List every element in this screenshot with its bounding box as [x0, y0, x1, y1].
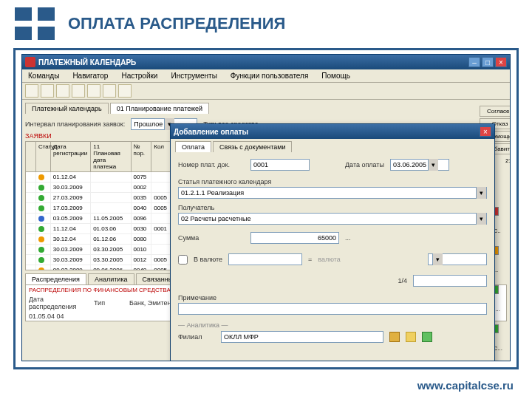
docnum-field[interactable]: 0001 [250, 159, 310, 171]
currency-select[interactable]: ▾ [428, 253, 487, 265]
app-icon [25, 57, 35, 67]
minimize-button[interactable]: – [468, 57, 480, 67]
status-label: Статья платежного календаря [178, 178, 487, 185]
bh-type: Тип [94, 299, 123, 307]
status-dot [38, 226, 44, 232]
col-qty[interactable]: Кол [151, 142, 172, 171]
close-button[interactable]: × [495, 57, 507, 67]
maximize-button[interactable]: □ [482, 57, 494, 67]
tool-btn-1[interactable] [25, 84, 38, 98]
date-label: Дата оплаты [345, 161, 384, 168]
menu-settings[interactable]: Настройки [118, 71, 160, 81]
bh-date: Дата распределения [29, 296, 88, 310]
menu-tools[interactable]: Инструменты [168, 71, 219, 81]
recv-label: Получатель [178, 204, 487, 211]
modal-tab-payment[interactable]: Оплата [175, 141, 211, 152]
sum-label: Сумма [178, 234, 245, 242]
status-dot [38, 205, 44, 211]
table-row[interactable]: 11.12.04 01.03.06 0030 0001 [26, 224, 172, 234]
modal-title: Добавление оплаты [174, 128, 480, 136]
main-window: ПЛАТЕЖНЫЙ КАЛЕНДАРЬ – □ × Команды Навига… [21, 54, 511, 361]
confirm-icon[interactable] [422, 332, 432, 342]
tab-planning[interactable]: 01 Планирование платежей [110, 103, 209, 114]
date-field[interactable]: 03.06.2005▾ [390, 159, 449, 171]
branch-field[interactable]: ОКЛЛ МФР [221, 331, 383, 343]
table-row[interactable]: 17.03.2009 0040 0005 [26, 203, 172, 214]
btab-dist[interactable]: Распределения [25, 273, 86, 284]
toolbar [22, 83, 510, 100]
table-row[interactable]: 30.12.04 01.12.06 0080 [26, 234, 172, 245]
col-regdate[interactable]: Дата регистрации [51, 142, 91, 171]
menu-navigator[interactable]: Навигатор [69, 71, 111, 81]
status-dot [38, 195, 44, 201]
status-dot [38, 185, 44, 191]
recv-field[interactable]: 02 Расчеты расчетные▾ [178, 213, 487, 225]
table-row[interactable]: 27.03.2009 0035 0005 [26, 193, 172, 203]
branch-label: Филиал [178, 333, 215, 341]
requests-grid: Статус Дата регистрации 11 Плановая дата… [25, 141, 173, 270]
col-plandate[interactable]: 11 Плановая дата платежа [91, 142, 131, 171]
currency-label: В валюте [194, 256, 222, 263]
note-label: Примечание [178, 294, 487, 301]
status-dot [38, 257, 44, 263]
bh-bank: Банк, Эмитент [129, 299, 174, 307]
tool-btn-4[interactable] [72, 84, 85, 98]
menu-userfn[interactable]: Функции пользователя [228, 71, 312, 81]
status-field[interactable]: 01.2.1.1 Реализация▾ [178, 187, 487, 199]
status-dot [38, 236, 44, 242]
agree-button[interactable]: Согласен [480, 106, 510, 117]
lookup-icon[interactable] [389, 332, 400, 342]
table-row[interactable]: 01.12.04 0075 [26, 172, 172, 183]
col-num[interactable]: № пор. [132, 142, 152, 171]
status-dot [38, 174, 44, 180]
br-date: 01.05.04 04 [29, 313, 88, 320]
modal-tab-docs[interactable]: Связь с документами [213, 141, 292, 152]
status-dot [38, 267, 44, 271]
tool-btn-2[interactable] [41, 84, 54, 98]
sum-field[interactable]: 65000 [250, 232, 339, 244]
interval-label: Интервал планирования заявок: [25, 120, 125, 128]
analytics-label: Аналитика [187, 321, 220, 329]
modal-close-button[interactable]: × [480, 126, 491, 137]
main-titlebar: ПЛАТЕЖНЫЙ КАЛЕНДАРЬ – □ × [22, 55, 510, 69]
tool-btn-5[interactable] [87, 84, 100, 98]
main-title: ПЛАТЕЖНЫЙ КАЛЕНДАРЬ [38, 58, 468, 66]
presentation-frame: ПЛАТЕЖНЫЙ КАЛЕНДАРЬ – □ × Команды Навига… [13, 48, 519, 369]
chevron-down-icon[interactable]: ▾ [476, 213, 486, 225]
tool-btn-7[interactable] [118, 84, 132, 98]
table-row[interactable]: 30.03.2009 03.30.2005 0010 [26, 245, 172, 255]
status-dot [38, 216, 44, 222]
docnum-label: Номер плат. док. [178, 161, 245, 168]
col-status[interactable]: Статус [36, 142, 51, 171]
currency-code: валюта [318, 256, 341, 263]
tool-btn-6[interactable] [103, 84, 116, 98]
tool-btn-3[interactable] [56, 84, 69, 98]
note-field[interactable] [178, 303, 487, 315]
currency-amount-field[interactable] [228, 253, 302, 265]
page-title: ОПЛАТА РАСПРЕДЕЛЕНИЯ [68, 14, 285, 33]
table-row[interactable]: 30.03.2009 03.30.2005 0012 0005 [26, 255, 172, 265]
calendar-icon[interactable]: ▾ [428, 159, 438, 171]
table-row[interactable]: 09.03.2009 09.06.2006 0048 0005 [26, 265, 172, 270]
add-payment-dialog: Добавление оплаты × Оплата Связь с докум… [170, 123, 495, 361]
tab-calendar[interactable]: Платежный календарь [25, 103, 109, 114]
status-dot [38, 247, 44, 253]
brand-logo [15, 7, 55, 40]
menubar: Команды Навигатор Настройки Инструменты … [22, 69, 510, 83]
menu-commands[interactable]: Команды [25, 71, 62, 81]
table-row[interactable]: 03.05.2009 11.05.2005 0096 [26, 214, 172, 224]
footer-url: www.capitalcse.ru [417, 379, 514, 392]
btab-anal[interactable]: Аналитика [88, 273, 134, 284]
table-row[interactable]: 30.03.2009 0002 [26, 183, 172, 193]
menu-help[interactable]: Помощь [318, 71, 353, 81]
currency-checkbox[interactable] [178, 255, 188, 265]
chevron-down-icon[interactable]: ▾ [476, 187, 486, 199]
chevron-down-icon[interactable]: ▾ [432, 253, 443, 265]
folder-icon[interactable] [406, 332, 416, 342]
rate-field[interactable] [413, 275, 487, 287]
